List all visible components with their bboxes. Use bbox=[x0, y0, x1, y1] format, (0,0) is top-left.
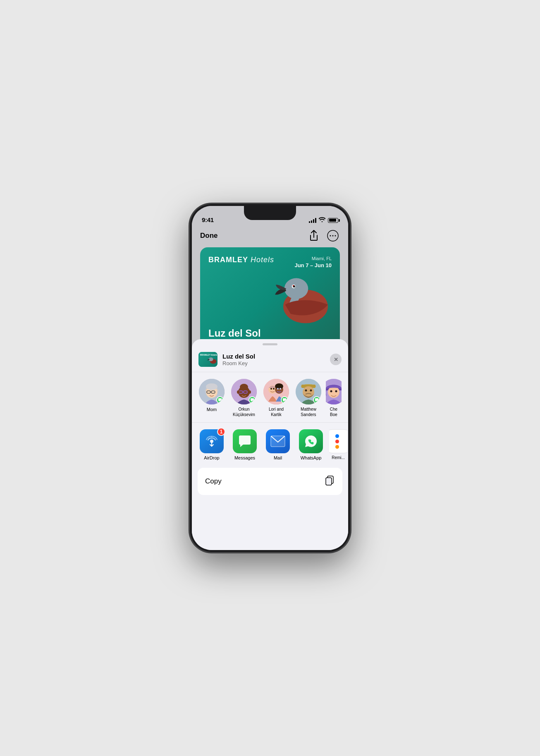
hotel-location: Miami, FL Jun 7 – Jun 10 bbox=[294, 256, 332, 270]
hotel-city: Miami, FL bbox=[294, 256, 332, 262]
contact-mom[interactable]: Mom bbox=[197, 379, 227, 417]
svg-point-13 bbox=[206, 383, 217, 390]
contact-avatar-lori bbox=[263, 379, 289, 404]
top-navigation: Done bbox=[192, 227, 348, 245]
share-title: Luz del Sol bbox=[222, 353, 330, 360]
app-whatsapp[interactable]: WhatsApp bbox=[296, 429, 326, 460]
apps-row: 1 bbox=[192, 428, 348, 462]
reminders-icon bbox=[329, 429, 347, 453]
svg-rect-50 bbox=[326, 478, 332, 485]
battery-icon bbox=[328, 218, 338, 223]
contact-name-matthew: MatthewSanders bbox=[301, 407, 316, 417]
share-close-button[interactable]: ✕ bbox=[330, 354, 342, 365]
svg-point-41 bbox=[330, 390, 332, 392]
app-reminders[interactable]: Remi... bbox=[329, 429, 347, 460]
svg-point-2 bbox=[332, 235, 334, 237]
hotel-brand-text: BRAMLEY Hotels bbox=[208, 256, 274, 264]
svg-point-5 bbox=[284, 278, 308, 299]
svg-point-29 bbox=[270, 388, 272, 390]
share-header: BRAMLEY Hotels Luz del Sol Room Key bbox=[192, 345, 348, 372]
svg-point-32 bbox=[280, 388, 281, 390]
phone-frame: 9:41 bbox=[189, 203, 351, 553]
svg-point-36 bbox=[303, 386, 314, 398]
svg-point-1 bbox=[330, 235, 331, 237]
airdrop-icon: 1 bbox=[200, 429, 224, 453]
phone-screen: 9:41 bbox=[192, 206, 348, 550]
contact-name-che: CheBoe bbox=[330, 407, 337, 417]
apps-section: 1 bbox=[192, 422, 348, 462]
hotel-bird-illustration bbox=[257, 268, 332, 330]
app-name-whatsapp: WhatsApp bbox=[301, 455, 322, 460]
svg-point-43 bbox=[210, 440, 213, 443]
contact-name-mom: Mom bbox=[207, 407, 217, 412]
notch bbox=[244, 206, 296, 220]
share-sheet: BRAMLEY Hotels Luz del Sol Room Key bbox=[192, 339, 348, 550]
contact-name-orkun: OrkunKüçüksevim bbox=[233, 407, 255, 417]
svg-point-42 bbox=[335, 390, 337, 392]
wifi-icon bbox=[319, 217, 325, 223]
contact-avatar-che bbox=[326, 379, 342, 404]
svg-point-22 bbox=[240, 384, 248, 390]
share-info: Luz del Sol Room Key bbox=[222, 353, 330, 366]
contact-avatar-orkun bbox=[231, 379, 257, 404]
hotel-brand: BRAMLEY Hotels bbox=[208, 256, 274, 264]
contact-avatar-matthew bbox=[296, 379, 321, 404]
done-button[interactable]: Done bbox=[200, 232, 218, 240]
contact-messages-badge-orkun bbox=[248, 396, 256, 404]
contact-lori-kartik[interactable]: Lori andKartik bbox=[261, 379, 291, 417]
status-time: 9:41 bbox=[202, 216, 214, 223]
nav-right-icons bbox=[307, 229, 340, 243]
app-name-mail: Mail bbox=[274, 455, 282, 460]
svg-point-38 bbox=[310, 390, 312, 392]
svg-point-37 bbox=[305, 390, 307, 392]
reminders-dots bbox=[331, 430, 345, 453]
copy-section: Copy bbox=[198, 468, 342, 495]
contact-orkun[interactable]: OrkunKüçüksevim bbox=[229, 379, 259, 417]
copy-label: Copy bbox=[205, 477, 222, 486]
copy-icon bbox=[324, 474, 335, 488]
hotel-card: BRAMLEY Hotels Miami, FL Jun 7 – Jun 10 bbox=[200, 247, 340, 347]
svg-point-24 bbox=[248, 390, 251, 394]
more-button[interactable] bbox=[326, 229, 340, 243]
share-button[interactable] bbox=[307, 229, 321, 243]
contact-messages-badge-lori bbox=[281, 396, 288, 404]
svg-point-30 bbox=[273, 388, 275, 390]
screen-background: 9:41 bbox=[192, 206, 348, 550]
app-mail[interactable]: Mail bbox=[263, 429, 293, 460]
contact-avatar-mom bbox=[199, 379, 225, 404]
svg-point-31 bbox=[277, 388, 279, 390]
mail-icon bbox=[266, 429, 290, 453]
contact-messages-badge-matthew bbox=[313, 396, 320, 404]
whatsapp-icon bbox=[299, 429, 323, 453]
app-messages[interactable]: Messages bbox=[230, 429, 260, 460]
svg-point-3 bbox=[335, 235, 336, 237]
share-thumbnail: BRAMLEY Hotels bbox=[198, 352, 217, 367]
copy-button[interactable]: Copy bbox=[198, 468, 342, 495]
share-subtitle: Room Key bbox=[222, 360, 330, 366]
messages-icon bbox=[233, 429, 257, 453]
hotel-header: BRAMLEY Hotels Miami, FL Jun 7 – Jun 10 bbox=[208, 256, 332, 270]
app-name-reminders: Remi... bbox=[332, 455, 345, 460]
status-icons bbox=[309, 217, 338, 223]
contact-messages-badge-mom bbox=[216, 396, 224, 404]
signal-icon bbox=[309, 218, 316, 223]
svg-point-23 bbox=[237, 390, 239, 394]
close-icon: ✕ bbox=[334, 356, 338, 363]
svg-point-8 bbox=[293, 285, 294, 286]
contact-matthew[interactable]: MatthewSanders bbox=[294, 379, 323, 417]
contact-che[interactable]: CheBoe bbox=[326, 379, 342, 417]
svg-point-28 bbox=[275, 383, 283, 389]
app-airdrop[interactable]: 1 bbox=[197, 429, 227, 460]
hotel-guest-name: Luz del Sol bbox=[208, 328, 261, 339]
airdrop-badge: 1 bbox=[217, 428, 225, 436]
contact-name-lori: Lori andKartik bbox=[269, 407, 284, 417]
contacts-row: Mom bbox=[192, 372, 348, 422]
app-name-airdrop: AirDrop bbox=[204, 455, 219, 460]
app-name-messages: Messages bbox=[234, 455, 255, 460]
